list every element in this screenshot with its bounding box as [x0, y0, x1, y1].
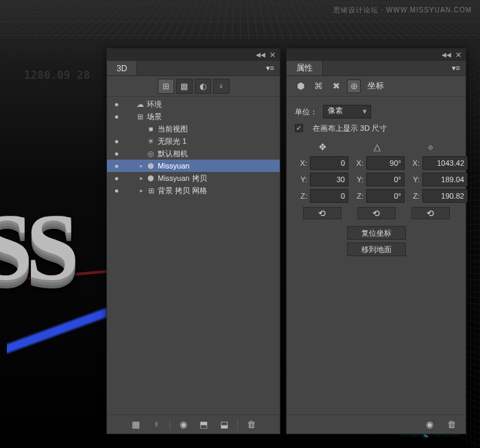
rot-x-input[interactable] — [366, 156, 405, 170]
mode-cap-icon[interactable]: ✖ — [329, 79, 343, 93]
close-icon[interactable]: ✕ — [269, 51, 276, 60]
render-icon[interactable]: ◉ — [176, 418, 191, 432]
panel-prop-titlebar[interactable]: ◀◀ ✕ — [287, 49, 466, 61]
rotation-icon: △ — [374, 142, 381, 152]
filter-light-icon[interactable]: ♀ — [213, 79, 230, 94]
expander-icon[interactable]: ▸ — [137, 162, 145, 169]
tab-3d[interactable]: 3D — [107, 61, 137, 75]
mode-coords-icon[interactable]: ⊕ — [347, 79, 361, 93]
tree-item[interactable]: ●▸⬢Missyuan — [107, 160, 280, 172]
reset-coords-button[interactable]: 复位坐标 — [347, 226, 406, 240]
layers-icon[interactable]: ▦ — [128, 418, 143, 432]
reset-pos-button[interactable]: ⟲ — [303, 207, 341, 219]
reset-row: ⟲ ⟲ ⟲ — [295, 207, 457, 219]
scale-x-input[interactable] — [422, 156, 468, 170]
tree-item[interactable]: ●▸⊞背景 拷贝 网格 — [107, 184, 280, 197]
bg-date: 1280.09 28 — [24, 69, 90, 82]
panel-3d: ◀◀ ✕ 3D ▾≡ ⊞ ▦ ◐ ♀ ●☁环境●⊞场景■当前视图●☀无限光 1●… — [106, 48, 280, 434]
tab-properties[interactable]: 属性 — [287, 61, 323, 75]
rot-y-input[interactable] — [366, 173, 405, 186]
item-type-icon: ◎ — [145, 149, 156, 158]
rot-z-input[interactable] — [366, 189, 405, 203]
ground-icon[interactable]: ⬓ — [217, 418, 232, 432]
pos-x-input[interactable] — [310, 156, 348, 170]
tree-item[interactable]: ●☁环境 — [107, 98, 280, 110]
visibility-icon[interactable]: ● — [107, 137, 126, 145]
item-label: 默认相机 — [158, 149, 188, 159]
item-type-icon: ⊞ — [145, 186, 156, 195]
panel-prop-tabs: 属性 ▾≡ — [287, 61, 466, 76]
pos-y-input[interactable] — [310, 173, 348, 186]
item-label: Missyuan 拷贝 — [158, 173, 207, 184]
z-label: Z: — [351, 192, 363, 200]
expander-icon[interactable]: ▸ — [137, 175, 145, 182]
scale-z-input[interactable] — [422, 189, 468, 203]
item-label: 当前视图 — [158, 124, 188, 134]
property-mode-bar: ⬢ ⌘ ✖ ⊕ 坐标 — [287, 76, 466, 97]
z-label: Z: — [295, 192, 307, 200]
visibility-icon[interactable]: ● — [107, 162, 126, 170]
x-label: X: — [295, 159, 307, 167]
coord-header: ✥ △ ⟐ — [295, 142, 457, 152]
collapse-icon[interactable]: ◀◀ — [442, 51, 451, 58]
item-type-icon: ⬢ — [145, 162, 156, 171]
visibility-icon[interactable]: ● — [107, 174, 126, 182]
tree-item[interactable]: ●▸⬢Missyuan 拷贝 — [107, 172, 280, 184]
tree-item[interactable]: ●⊞场景 — [107, 110, 280, 123]
tree-item[interactable]: ■当前视图 — [107, 123, 280, 135]
trash-icon[interactable]: 🗑 — [243, 418, 259, 432]
collapse-icon[interactable]: ◀◀ — [256, 51, 265, 58]
tree-item[interactable]: ●◎默认相机 — [107, 147, 280, 160]
show-3d-size-checkbox[interactable]: ✓ — [295, 124, 303, 132]
scale-icon: ⟐ — [428, 142, 433, 152]
reset-rot-button[interactable]: ⟲ — [357, 207, 396, 219]
mode-mesh-icon[interactable]: ⬢ — [293, 79, 307, 93]
x-label: X: — [351, 159, 363, 167]
filter-material-icon[interactable]: ◐ — [195, 79, 211, 94]
unit-label: 单位： — [295, 107, 317, 117]
panel-3d-titlebar[interactable]: ◀◀ ✕ — [107, 49, 280, 61]
pos-z-input[interactable] — [310, 189, 348, 203]
panel-properties: ◀◀ ✕ 属性 ▾≡ ⬢ ⌘ ✖ ⊕ 坐标 单位： 像素 ✓ 在画布上显示 3D… — [286, 48, 466, 434]
panel-menu-icon[interactable]: ▾≡ — [261, 61, 280, 75]
panel-3d-tabs: 3D ▾≡ — [107, 61, 280, 76]
item-label: Missyuan — [158, 162, 189, 170]
item-type-icon: ⊞ — [134, 112, 145, 121]
y-label: Y: — [407, 175, 420, 184]
lightbulb-icon[interactable]: ♀ — [149, 418, 164, 432]
filter-bar: ⊞ ▦ ◐ ♀ — [107, 76, 280, 97]
mode-label: 坐标 — [368, 80, 384, 92]
scale-y-input[interactable] — [422, 173, 468, 186]
expander-icon[interactable]: ▸ — [137, 187, 145, 194]
move-to-ground-button[interactable]: 移到地面 — [347, 242, 406, 256]
item-label: 环境 — [147, 99, 162, 110]
panel-menu-icon[interactable]: ▾≡ — [446, 61, 466, 75]
tree-item[interactable]: ●☀无限光 1 — [107, 135, 280, 147]
reset-scale-button[interactable]: ⟲ — [411, 207, 450, 219]
visibility-icon[interactable]: ● — [107, 100, 126, 108]
separator — [169, 419, 170, 430]
mode-deform-icon[interactable]: ⌘ — [311, 79, 325, 93]
visibility-icon[interactable]: ● — [107, 112, 126, 121]
filter-mesh-icon[interactable]: ▦ — [176, 79, 193, 94]
item-type-icon: ■ — [145, 125, 156, 133]
close-icon[interactable]: ✕ — [455, 51, 461, 60]
filter-scene-icon[interactable]: ⊞ — [158, 79, 174, 94]
item-label: 场景 — [147, 112, 162, 122]
3d-text: SS — [0, 192, 73, 302]
y-label: Y: — [295, 175, 307, 184]
trash-icon[interactable]: 🗑 — [444, 418, 459, 432]
item-type-icon: ☁ — [134, 100, 145, 109]
render-icon[interactable]: ◉ — [422, 418, 437, 432]
checkbox-label: 在画布上显示 3D 尺寸 — [313, 123, 387, 134]
item-label: 背景 拷贝 网格 — [158, 186, 207, 196]
coord-grid: X: X: X: Y: Y: Y: Z: Z: Z: — [295, 156, 457, 203]
item-label: 无限光 1 — [158, 136, 187, 147]
panel-prop-footer: ◉ 🗑 — [287, 414, 466, 434]
plane-icon[interactable]: ⬒ — [196, 418, 211, 432]
visibility-icon[interactable]: ● — [107, 149, 126, 158]
item-type-icon: ⬢ — [145, 174, 156, 183]
unit-select[interactable]: 像素 — [323, 105, 371, 119]
visibility-icon[interactable]: ● — [107, 186, 126, 195]
position-icon: ✥ — [319, 142, 326, 152]
